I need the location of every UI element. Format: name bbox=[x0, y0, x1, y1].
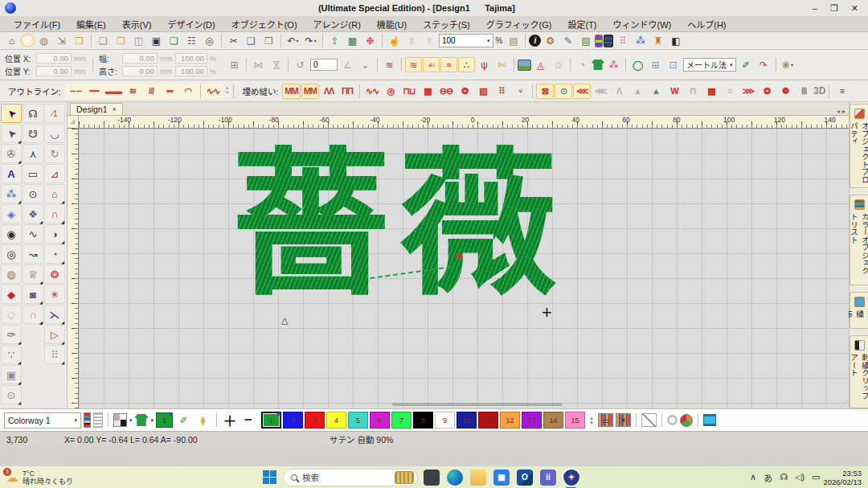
paste-icon[interactable]: ❒ bbox=[260, 33, 277, 48]
curve-loop-tool[interactable]: ☋ bbox=[23, 124, 43, 143]
fill-rays[interactable]: ⋙ bbox=[739, 84, 757, 99]
undo-icon[interactable]: ↶▾ bbox=[285, 33, 301, 48]
color-picker-icon[interactable]: ✐ bbox=[175, 412, 192, 428]
tab-embroidery-fabric[interactable]: 刺繍布 bbox=[850, 292, 868, 330]
fill-coil[interactable]: ◎ bbox=[382, 84, 399, 99]
design-properties-icon[interactable]: ❂ bbox=[542, 33, 559, 48]
tab-scroll-right-icon[interactable]: ▸ bbox=[842, 108, 845, 115]
menu-item[interactable]: ステッチ(S) bbox=[416, 16, 477, 32]
punch-icon[interactable]: ☝ bbox=[386, 33, 403, 48]
tshirt-icon[interactable] bbox=[592, 59, 604, 70]
run-stitch-tool[interactable]: ∿ bbox=[23, 224, 43, 244]
new-design-icon[interactable]: ❏ bbox=[95, 33, 112, 48]
team-compare-icon[interactable]: ⁂ bbox=[632, 33, 649, 48]
split-circle-tool[interactable]: ◑◢ bbox=[44, 224, 65, 244]
recent-designs-icon[interactable]: ◫ bbox=[130, 33, 147, 48]
wheel-tool[interactable]: ✳ bbox=[44, 285, 65, 304]
menu-item[interactable]: 設定(T) bbox=[560, 16, 604, 32]
fill-more[interactable]: ˅ bbox=[511, 84, 529, 99]
menu-item[interactable]: グラフィック(G) bbox=[479, 16, 559, 32]
folders-icon[interactable]: ❒ bbox=[71, 33, 88, 48]
applique-tool[interactable]: ◈ bbox=[1, 204, 22, 223]
fill-dots[interactable]: ⠿ bbox=[493, 84, 510, 99]
branch-node-tool[interactable]: ⋏ bbox=[23, 144, 43, 163]
zoom-ruler-icon[interactable]: ▤ bbox=[505, 33, 522, 48]
horizontal-scrollbar[interactable] bbox=[392, 403, 563, 406]
close-button[interactable]: ✕ bbox=[851, 3, 858, 14]
cut-icon[interactable]: ✂ bbox=[225, 33, 242, 48]
fill-fan[interactable]: ⋘ bbox=[573, 84, 591, 99]
color-swatch-10[interactable]: 10 bbox=[457, 412, 477, 429]
remove-color-button[interactable]: − bbox=[240, 412, 256, 429]
zoom-combo[interactable]: ▾ bbox=[439, 34, 493, 47]
manual-run-tool[interactable]: ↝ bbox=[23, 244, 43, 264]
soft-hexagon-tool[interactable]: ◇ bbox=[1, 305, 22, 324]
star-outline-icon[interactable]: ✩ bbox=[550, 57, 567, 72]
menu-item[interactable]: 表示(V) bbox=[115, 16, 159, 32]
pulse-w-icon[interactable]: W bbox=[21, 34, 35, 47]
fill-block-red[interactable]: ▩ bbox=[702, 84, 720, 99]
node-curve-tool[interactable]: ☊ bbox=[23, 104, 43, 123]
resize-page-icon[interactable]: ⊞ bbox=[226, 57, 243, 72]
stitch-sim-icon[interactable]: ❉ bbox=[362, 33, 379, 48]
menu-item[interactable]: 機能(U) bbox=[370, 16, 414, 32]
color-swatch-12[interactable]: 12 bbox=[500, 412, 520, 429]
outline-beads[interactable]: ••• bbox=[161, 84, 178, 99]
edit-select-tool[interactable]: ➤◢ bbox=[1, 124, 22, 143]
redo-icon[interactable]: ↷▾ bbox=[302, 33, 319, 48]
team-design-tool[interactable]: ⁂◢ bbox=[1, 184, 22, 203]
fill-flat-icon[interactable]: ≡ bbox=[833, 84, 850, 99]
line-tool[interactable]: ∕1 bbox=[44, 104, 65, 123]
direction-tool[interactable]: ▷◢ bbox=[44, 325, 65, 344]
color-swatch-7[interactable]: 7 bbox=[391, 412, 411, 429]
weather-widget[interactable]: ☁ 3 7°C 晴れ時々くもり bbox=[6, 470, 167, 486]
machine-export-icon[interactable]: ⇲ bbox=[53, 33, 70, 48]
outline-dash-sparse[interactable]: ╌ ╌ bbox=[67, 84, 84, 99]
menu-item[interactable]: オブジェクト(O) bbox=[224, 16, 305, 32]
outline-squiggle[interactable]: ∿∿ bbox=[204, 84, 222, 99]
save-icon[interactable]: ▣ bbox=[148, 33, 165, 48]
height-percent-field[interactable]: 100.00 bbox=[175, 66, 207, 76]
tray-wifi-icon[interactable]: ☊ bbox=[780, 472, 788, 482]
satin-small-icon[interactable]: ≋ bbox=[440, 57, 457, 72]
current-color-swatch[interactable]: 1 bbox=[156, 412, 173, 428]
fill-motif-block[interactable]: ⊠ bbox=[536, 84, 554, 99]
fill-dot-circle[interactable]: ⊙ bbox=[555, 84, 572, 99]
stamp-icon[interactable]: ♜ bbox=[649, 33, 666, 48]
colorway-select[interactable]: Colorway 1 ▾ bbox=[4, 412, 81, 429]
design-canvas[interactable]: 薔薇 ▦ + △ ⋰ bbox=[79, 129, 849, 408]
satin-swatch-icon[interactable]: ≋ bbox=[381, 57, 398, 72]
rotate-3d-tool[interactable]: ↻ bbox=[44, 144, 65, 163]
menu-item[interactable]: アレンジ(R) bbox=[306, 16, 368, 32]
machine-send-icon[interactable]: ⇪ bbox=[326, 33, 343, 48]
grid-icon[interactable]: ⊞ bbox=[647, 57, 664, 72]
minimize-button[interactable]: – bbox=[813, 3, 817, 14]
color-sequence-icon[interactable]: ▤ bbox=[577, 33, 594, 48]
tab-color-object-list[interactable]: カラーオブジェクトリスト bbox=[850, 195, 868, 285]
output-up2-icon[interactable]: ⇧ bbox=[421, 33, 438, 48]
mirror-v-icon[interactable]: ⋈ bbox=[268, 57, 285, 72]
color-swatch-1[interactable]: 1 bbox=[261, 412, 281, 429]
thread-strip-icon[interactable] bbox=[84, 412, 91, 428]
clock[interactable]: 23:53 2026/02/13 bbox=[820, 469, 862, 486]
color-swatch-9[interactable]: 9 bbox=[435, 412, 455, 429]
taskbar-app-window[interactable] bbox=[424, 470, 440, 486]
open-design-icon[interactable]: ❐ bbox=[113, 33, 129, 48]
angle-icon[interactable]: ∠ bbox=[339, 57, 356, 72]
copy-icon[interactable]: ❑ bbox=[243, 33, 260, 48]
overlap-tool[interactable]: ⊙◢ bbox=[1, 385, 22, 404]
chevron-down-icon[interactable]: ▾ bbox=[487, 38, 490, 44]
dots-run-tool[interactable]: ∵◢ bbox=[1, 345, 22, 364]
expand-icon[interactable]: ⌄ bbox=[357, 57, 374, 72]
fill-arrow2[interactable]: ▲ bbox=[628, 84, 646, 99]
flower-tool-icon[interactable]: ❀▾ bbox=[780, 57, 796, 72]
taskbar-app-dg[interactable]: ✦ bbox=[563, 470, 579, 486]
palette-grid-icon[interactable] bbox=[113, 413, 127, 427]
concave-arc-tool[interactable]: ◡ bbox=[44, 124, 65, 143]
horseshoe-tool[interactable]: ∩◢ bbox=[23, 305, 43, 324]
output-up-icon[interactable]: ⇧ bbox=[403, 33, 420, 48]
restore-button[interactable]: ❐ bbox=[830, 3, 838, 14]
ring-cut-tool[interactable]: ◙◢ bbox=[23, 285, 43, 304]
menu-item[interactable]: ウィンドウ(W) bbox=[606, 16, 679, 32]
print-preview-icon[interactable]: ◎ bbox=[201, 33, 218, 48]
